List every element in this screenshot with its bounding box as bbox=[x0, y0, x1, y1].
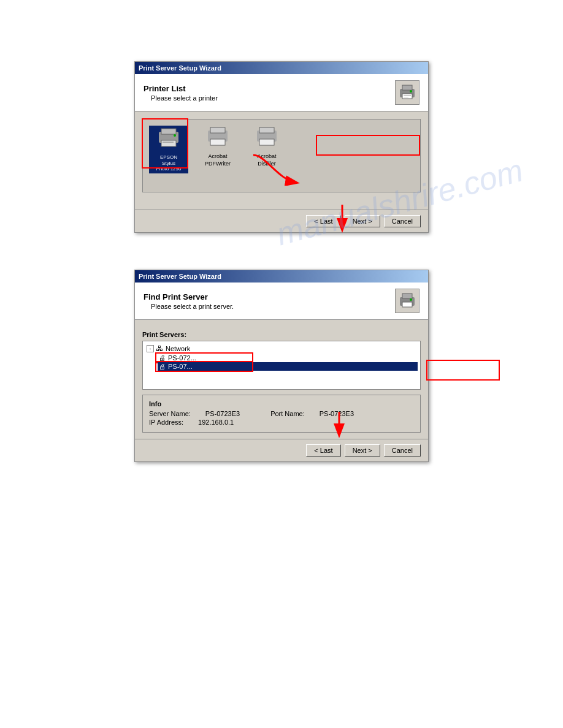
ps-label-1: PS-072... bbox=[168, 354, 196, 362]
svg-rect-18 bbox=[402, 294, 412, 298]
network-icon: 🖧 bbox=[156, 344, 163, 353]
svg-rect-8 bbox=[161, 140, 176, 146]
port-name-value: PS-0723E3 bbox=[320, 410, 354, 417]
dialog2-title: Print Server Setup Wizard bbox=[139, 273, 221, 280]
port-name-label: Port Name: bbox=[270, 410, 305, 417]
dialog1-subtext: Please select a printer bbox=[151, 94, 218, 102]
network-label: Network bbox=[166, 345, 190, 352]
print-servers-list: - 🖧 Network 🖨 PS-072... bbox=[142, 341, 421, 390]
dialog1-header: Printer List Please select a printer bbox=[135, 74, 428, 112]
svg-rect-9 bbox=[163, 142, 174, 143]
info-row-ip: IP Address: 192.168.0.1 bbox=[149, 419, 414, 426]
tree-children: 🖨 PS-072... 🖨 PS-07... bbox=[158, 354, 418, 371]
server-name-label: Server Name: bbox=[149, 410, 191, 417]
ps-item-2[interactable]: 🖨 PS-07... bbox=[158, 362, 418, 371]
svg-rect-19 bbox=[402, 302, 412, 307]
svg-rect-7 bbox=[161, 129, 176, 134]
ip-value: 192.168.0.1 bbox=[198, 419, 234, 426]
server-name-value: PS-0723E3 bbox=[205, 410, 240, 417]
svg-rect-15 bbox=[259, 127, 274, 133]
svg-rect-13 bbox=[210, 139, 225, 145]
svg-point-5 bbox=[410, 90, 412, 93]
dialog1-heading: Printer List bbox=[144, 84, 218, 93]
dialog2-subtext: Please select a print server. bbox=[151, 303, 234, 310]
dialog1-titlebar: Print Server Setup Wizard bbox=[135, 62, 428, 74]
epson-printer-icon bbox=[158, 127, 180, 153]
dialog1-cancel-button[interactable]: Cancel bbox=[384, 215, 421, 227]
acrobat-pdf-label: AcrobatPDFWriter bbox=[205, 153, 231, 167]
page-container: manualshrire.com Print Server Setup Wiza… bbox=[0, 0, 563, 728]
svg-rect-12 bbox=[210, 127, 225, 133]
dialog2-cancel-button[interactable]: Cancel bbox=[384, 444, 421, 457]
svg-rect-16 bbox=[259, 139, 274, 145]
printer-list-area: EPSONStylusPhoto 1290 AcrobatPDFWriter bbox=[142, 119, 421, 192]
dialog1-next-button[interactable]: Next > bbox=[345, 215, 380, 227]
acrobat-distiller-icon bbox=[256, 126, 278, 152]
dialog2-titlebar: Print Server Setup Wizard bbox=[135, 270, 428, 282]
svg-point-10 bbox=[174, 134, 176, 137]
tree-network[interactable]: - 🖧 Network bbox=[145, 344, 418, 354]
svg-point-20 bbox=[410, 298, 412, 301]
dialog2-footer: < Last Next > Cancel bbox=[135, 439, 428, 461]
ps-icon-2: 🖨 bbox=[159, 363, 166, 370]
dialog1-title: Print Server Setup Wizard bbox=[139, 64, 221, 72]
dialog1-header-icon bbox=[395, 80, 419, 105]
dialog-printer-list: Print Server Setup Wizard Printer List P… bbox=[134, 61, 429, 233]
ps-item-1[interactable]: 🖨 PS-072... bbox=[158, 354, 418, 362]
dialog1-annotation-box bbox=[316, 135, 420, 156]
ps-icon-1: 🖨 bbox=[159, 354, 166, 362]
printer-acrobat-pdf[interactable]: AcrobatPDFWriter bbox=[198, 126, 237, 167]
dialog-find-print-server: Print Server Setup Wizard Find Print Ser… bbox=[134, 270, 429, 462]
dialog1-footer: < Last Next > Cancel bbox=[135, 210, 428, 232]
dialog2-header-icon bbox=[395, 289, 419, 313]
svg-rect-1 bbox=[402, 85, 412, 90]
dialog1-last-button[interactable]: < Last bbox=[306, 215, 340, 227]
ps-label-2: PS-07... bbox=[168, 363, 193, 370]
info-row-server: Server Name: PS-0723E3 Port Name: PS-072… bbox=[149, 410, 414, 417]
print-servers-label: Print Servers: bbox=[142, 331, 421, 338]
dialog2-last-button[interactable]: < Last bbox=[306, 444, 340, 457]
acrobat-pdf-icon bbox=[207, 126, 229, 152]
epson-label: EPSONStylusPhoto 1290 bbox=[156, 154, 182, 172]
print-servers-section: Print Servers: - 🖧 Network 🖨 PS-072... bbox=[142, 331, 421, 390]
svg-rect-4 bbox=[404, 97, 408, 97]
info-section: Info Server Name: PS-0723E3 Port Name: P… bbox=[142, 395, 421, 433]
printer-epson[interactable]: EPSONStylusPhoto 1290 bbox=[149, 126, 188, 173]
dialog2-body: Print Servers: - 🖧 Network 🖨 PS-072... bbox=[135, 320, 428, 439]
info-label: Info bbox=[149, 400, 414, 408]
printer-icon2-svg bbox=[397, 291, 417, 311]
ip-label: IP Address: bbox=[149, 419, 183, 426]
dialog2-right-annotation-box bbox=[426, 360, 500, 381]
svg-rect-3 bbox=[404, 95, 411, 96]
printer-icon-svg bbox=[397, 83, 417, 102]
dialog2-header: Find Print Server Please select a print … bbox=[135, 282, 428, 320]
dialog2-heading: Find Print Server bbox=[144, 292, 234, 301]
arrow-to-next-1 bbox=[241, 149, 315, 186]
dialog2-next-button[interactable]: Next > bbox=[345, 444, 380, 457]
dialog1-body: EPSONStylusPhoto 1290 AcrobatPDFWriter bbox=[135, 112, 428, 210]
tree-expand-icon[interactable]: - bbox=[147, 345, 154, 352]
